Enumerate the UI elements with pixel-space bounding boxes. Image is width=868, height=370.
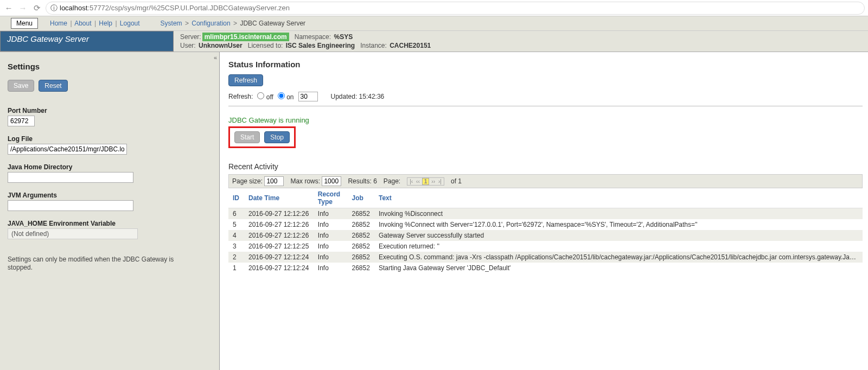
env-var-value: (Not defined)	[8, 228, 138, 239]
reset-button[interactable]: Reset	[39, 80, 67, 92]
results-value: 6	[373, 177, 377, 185]
next-page-icon[interactable]: ››	[430, 178, 436, 184]
bc-system[interactable]: System	[161, 20, 182, 27]
refresh-interval-input[interactable]	[298, 92, 318, 101]
breadcrumb: System > Configuration > JDBC Gateway Se…	[161, 20, 306, 27]
col-id[interactable]: ID	[228, 188, 244, 208]
start-stop-box: Start Stop	[228, 126, 296, 148]
menu-button[interactable]: Menu	[11, 18, 38, 29]
settings-heading: Settings	[8, 62, 212, 71]
cell-dt: 2016-09-27 12:12:26	[244, 219, 314, 230]
logfile-label: Log File	[8, 135, 212, 143]
refresh-label: Refresh:	[228, 93, 253, 100]
collapse-icon[interactable]: «	[214, 54, 217, 61]
cell-text: Invoking %Connect with Server='127.0.0.1…	[374, 219, 863, 230]
cell-rt: Info	[314, 208, 348, 220]
cell-dt: 2016-09-27 12:12:24	[244, 252, 314, 263]
stop-button[interactable]: Stop	[264, 131, 290, 143]
pager: Page size: Max rows: Results: 6 Page: |‹…	[228, 174, 863, 188]
server-badge: mlimbpr15.iscinternal.com	[202, 33, 289, 41]
namespace-label: Namespace:	[295, 33, 331, 41]
cell-id: 6	[228, 208, 244, 220]
reload-icon[interactable]: ⟳	[31, 3, 42, 14]
logfile-input[interactable]	[8, 144, 127, 155]
cell-job: 26852	[347, 241, 374, 252]
status-heading: Status Information	[228, 60, 863, 69]
refresh-off[interactable]: off	[257, 92, 273, 101]
col-recordtype[interactable]: Record Type	[314, 188, 348, 208]
results-label: Results:	[348, 177, 371, 185]
cell-job: 26852	[347, 219, 374, 230]
header-meta: Server:mlimbpr15.iscinternal.com Namespa…	[174, 31, 437, 52]
header: JDBC Gateway Server Server:mlimbpr15.isc…	[0, 31, 868, 52]
settings-note: Settings can only be modified when the J…	[8, 256, 192, 272]
save-button[interactable]: Save	[8, 80, 34, 92]
port-label: Port Number	[8, 107, 212, 114]
max-rows-input[interactable]	[322, 176, 341, 186]
home-link[interactable]: Home	[50, 20, 67, 27]
cell-id: 4	[228, 230, 244, 241]
forward-icon[interactable]: →	[17, 3, 28, 14]
java-home-input[interactable]	[8, 172, 133, 183]
table-row[interactable]: 32016-09-27 12:12:25Info26852Execution r…	[228, 241, 863, 252]
sidebar: « Settings Save Reset Port Number Log Fi…	[0, 52, 220, 370]
cell-id: 5	[228, 219, 244, 230]
refresh-controls: Refresh: off on Updated: 15:42:36	[228, 92, 863, 101]
table-row[interactable]: 22016-09-27 12:12:24Info26852Executing O…	[228, 252, 863, 263]
cell-text: Starting Java Gateway Server 'JDBC_Defau…	[374, 263, 863, 273]
nav-links: Home | About | Help | Logout	[50, 20, 140, 27]
port-input[interactable]	[8, 116, 35, 126]
gateway-status: JDBC Gateway is running	[228, 116, 863, 124]
cell-rt: Info	[314, 241, 348, 252]
info-icon: ⓘ	[50, 3, 58, 13]
col-job[interactable]: Job	[347, 188, 374, 208]
user-label: User:	[180, 42, 196, 49]
page-number[interactable]: 1	[422, 178, 430, 185]
cell-id: 2	[228, 252, 244, 263]
activity-table: ID Date Time Record Type Job Text 62016-…	[228, 188, 863, 273]
logout-link[interactable]: Logout	[120, 20, 140, 27]
page-of: of 1	[451, 177, 462, 185]
java-home-label: Java Home Directory	[8, 163, 212, 171]
cell-job: 26852	[347, 252, 374, 263]
last-page-icon[interactable]: ›|	[437, 178, 443, 184]
user-value: UnknownUser	[199, 42, 242, 49]
table-row[interactable]: 52016-09-27 12:12:26Info26852Invoking %C…	[228, 219, 863, 230]
server-label: Server:	[180, 33, 201, 41]
refresh-button[interactable]: Refresh	[228, 74, 263, 86]
instance-value: CACHE20151	[390, 42, 431, 49]
col-text[interactable]: Text	[374, 188, 863, 208]
cell-dt: 2016-09-27 12:12:26	[244, 208, 314, 220]
browser-toolbar: ← → ⟳ ⓘ localhost:57772/csp/sys/mgr/%25C…	[0, 0, 868, 16]
help-link[interactable]: Help	[99, 20, 112, 27]
recent-activity-heading: Recent Activity	[228, 162, 863, 171]
refresh-on[interactable]: on	[278, 92, 294, 101]
bc-config[interactable]: Configuration	[192, 20, 230, 27]
cell-rt: Info	[314, 219, 348, 230]
table-row[interactable]: 62016-09-27 12:12:26Info26852Invoking %D…	[228, 208, 863, 220]
table-row[interactable]: 12016-09-27 12:12:24Info26852Starting Ja…	[228, 263, 863, 273]
cell-job: 26852	[347, 230, 374, 241]
page-size-input[interactable]	[264, 176, 284, 186]
cell-rt: Info	[314, 230, 348, 241]
top-nav: Menu Home | About | Help | Logout System…	[0, 16, 868, 31]
cell-dt: 2016-09-27 12:12:24	[244, 263, 314, 273]
cell-rt: Info	[314, 252, 348, 263]
address-bar[interactable]: ⓘ localhost:57772/csp/sys/mgr/%25CSP.UI.…	[46, 2, 865, 15]
about-link[interactable]: About	[74, 20, 91, 27]
cell-text: Gateway Server successfully started	[374, 230, 863, 241]
cell-dt: 2016-09-27 12:12:26	[244, 230, 314, 241]
prev-page-icon[interactable]: ‹‹	[415, 178, 421, 184]
start-button[interactable]: Start	[234, 131, 260, 143]
cell-id: 3	[228, 241, 244, 252]
page-label: Page:	[384, 177, 400, 185]
col-datetime[interactable]: Date Time	[244, 188, 314, 208]
back-icon[interactable]: ←	[3, 3, 14, 14]
table-row[interactable]: 42016-09-27 12:12:26Info26852Gateway Ser…	[228, 230, 863, 241]
env-var-label: JAVA_HOME Environment Variable	[8, 220, 212, 227]
first-page-icon[interactable]: |‹	[409, 178, 414, 184]
licensed-label: Licensed to:	[248, 42, 283, 49]
updated-label: Updated:	[331, 93, 358, 100]
jvm-args-input[interactable]	[8, 200, 133, 211]
pager-arrows: |‹ ‹‹ 1 ›› ›|	[407, 177, 444, 186]
